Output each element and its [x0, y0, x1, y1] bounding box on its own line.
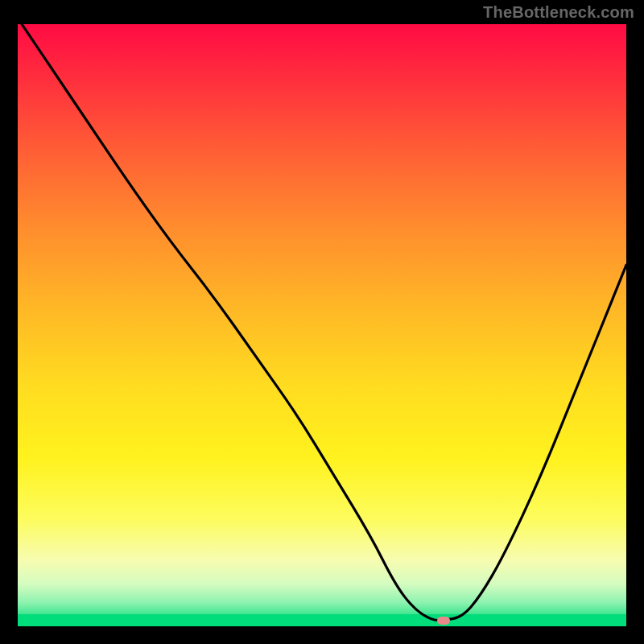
watermark-text: TheBottleneck.com — [483, 3, 634, 22]
chart-frame: TheBottleneck.com — [0, 0, 644, 644]
bottleneck-curve — [18, 24, 626, 626]
optimal-marker — [437, 617, 450, 625]
plot-area — [18, 24, 626, 626]
